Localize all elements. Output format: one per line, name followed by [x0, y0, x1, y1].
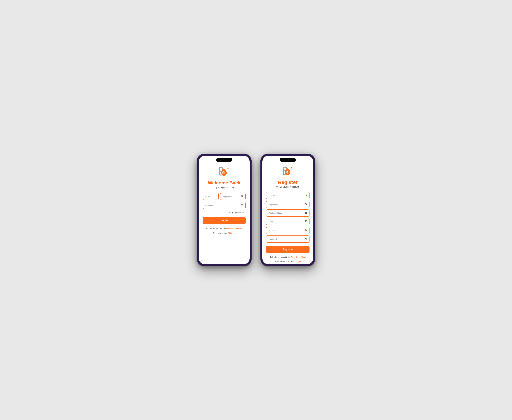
phone-icon — [305, 229, 307, 232]
register-terms-link[interactable]: Terms & Conditions — [291, 256, 306, 258]
app-container: + Welcome Back Log in to your account. — [197, 154, 315, 266]
svg-point-7 — [305, 203, 306, 204]
svs-id-input[interactable] — [205, 195, 216, 198]
svg-text:+: + — [227, 166, 229, 170]
forgot-password-link[interactable]: Forgot password ? — [203, 211, 246, 213]
dynamic-island-login — [216, 158, 232, 162]
mobile-field[interactable] — [266, 227, 309, 234]
employee-id-input[interactable] — [222, 195, 240, 198]
employee-id-register-input[interactable] — [268, 203, 304, 205]
key-icon — [305, 194, 307, 197]
svs-employee-row — [203, 193, 246, 200]
svg-point-6 — [305, 195, 306, 196]
employee-name-field[interactable] — [266, 210, 309, 217]
lock-icon-login — [241, 204, 243, 207]
login-link[interactable]: Login — [296, 261, 301, 262]
email-input[interactable] — [268, 221, 304, 223]
svg-rect-8 — [305, 212, 307, 214]
svg-rect-3 — [241, 205, 243, 206]
svg-rect-10 — [305, 221, 307, 222]
login-section: Already have an account ? Login — [266, 261, 309, 262]
svg-rect-11 — [305, 239, 307, 240]
login-button[interactable]: Login — [203, 217, 246, 224]
employee-name-input[interactable] — [268, 212, 304, 214]
svs-id-register-field[interactable] — [266, 192, 309, 199]
register-screen: + Register Create your new account. — [262, 156, 313, 264]
login-subtitle: Log in to your account. — [214, 187, 234, 189]
app-logo-login: + — [217, 166, 231, 177]
login-screen: + Welcome Back Log in to your account. — [199, 156, 250, 264]
login-form: Forgot password ? Login By logging in, I… — [203, 193, 246, 234]
register-terms: By logging in, I agreed to the Terms & C… — [266, 256, 309, 258]
app-logo-register: + — [281, 165, 295, 177]
logo-container-register: + — [281, 165, 295, 177]
password-input-login[interactable] — [205, 204, 240, 207]
login-terms: By logging in, I agreed to the Terms & C… — [203, 227, 246, 229]
signup-section: Dont have account ? Sign up — [203, 232, 246, 234]
svg-text:+: + — [290, 166, 293, 170]
person-icon-register — [305, 203, 307, 206]
email-field[interactable] — [266, 218, 309, 225]
login-terms-link[interactable]: Terms & Conditions — [227, 227, 242, 229]
register-form: Register By logging in, I agreed to the … — [266, 192, 309, 262]
login-phone-inner: + Welcome Back Log in to your account. — [199, 156, 250, 264]
employee-id-field[interactable] — [220, 193, 246, 200]
password-input-register[interactable] — [268, 238, 304, 240]
svs-id-register-input[interactable] — [268, 195, 304, 197]
email-icon — [305, 220, 307, 223]
mobile-input[interactable] — [268, 229, 304, 232]
register-subtitle: Create your new account. — [276, 186, 299, 188]
employee-id-register-field[interactable] — [266, 201, 309, 208]
register-phone-inner: + Register Create your new account. — [262, 156, 313, 264]
register-title: Register — [278, 180, 298, 185]
logo-container-login: + — [217, 166, 231, 177]
login-phone: + Welcome Back Log in to your account. — [197, 154, 252, 266]
signup-link[interactable]: Sign up — [229, 232, 236, 234]
password-field-login[interactable] — [203, 202, 246, 209]
register-phone: + Register Create your new account. — [260, 154, 315, 266]
lock-icon-register — [305, 238, 307, 241]
password-field-register[interactable] — [266, 235, 309, 243]
dynamic-island-register — [280, 158, 296, 162]
login-title: Welcome Back — [208, 180, 240, 186]
svg-point-2 — [241, 195, 242, 196]
person-icon-login — [241, 195, 243, 198]
svs-id-field[interactable] — [203, 193, 219, 200]
card-icon — [305, 211, 307, 215]
register-button[interactable]: Register — [266, 246, 309, 253]
